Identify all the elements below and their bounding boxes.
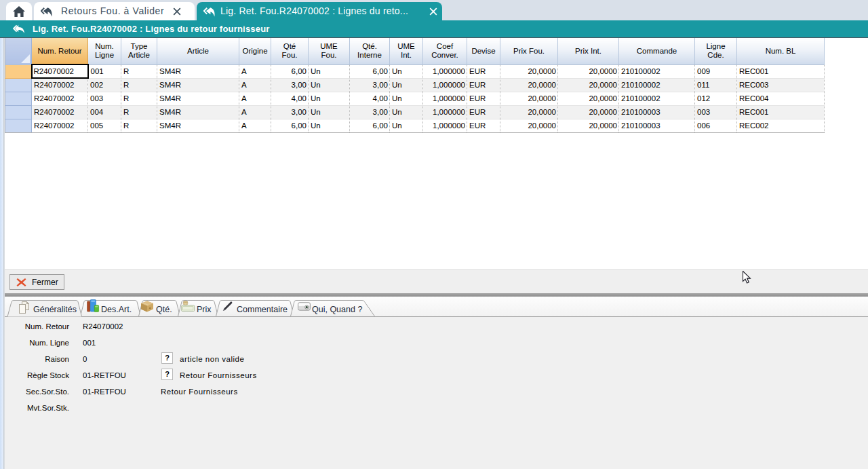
svg-text:Commentaire: Commentaire: [237, 305, 288, 314]
svg-text:Des.Art.: Des.Art.: [101, 305, 132, 314]
svg-text:Généralités: Généralités: [33, 305, 77, 314]
svg-text:Qté.: Qté.: [156, 305, 172, 314]
svg-text:Qui, Quand ?: Qui, Quand ?: [312, 305, 362, 314]
svg-text:Prix: Prix: [197, 305, 212, 314]
